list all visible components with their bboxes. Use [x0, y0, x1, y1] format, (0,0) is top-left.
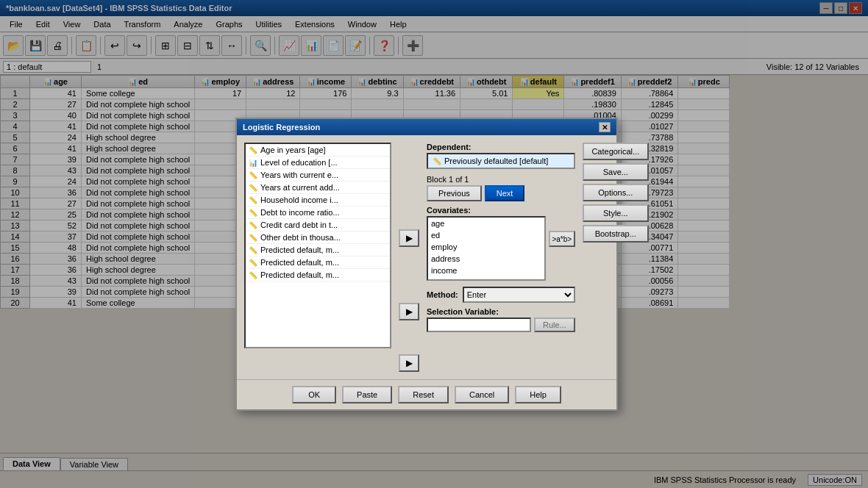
- source-item-ed[interactable]: 📊 Level of education [...: [246, 157, 390, 169]
- previous-button[interactable]: Previous: [427, 185, 482, 201]
- source-item-employ[interactable]: 📏 Years with current e...: [246, 169, 390, 182]
- help-button-dialog[interactable]: Help: [515, 386, 561, 403]
- move-to-covariates-button[interactable]: ▶: [399, 303, 419, 320]
- selection-var-inner: Rule...: [427, 317, 575, 332]
- source-variables-panel: 📏 Age in years [age] 📊 Level of educatio…: [244, 143, 391, 372]
- ok-button[interactable]: OK: [292, 386, 336, 403]
- modal-footer: OK Paste Reset Cancel Help: [237, 379, 616, 409]
- source-item-creddebt[interactable]: 📏 Credit card debt in t...: [246, 219, 390, 232]
- method-section: Method: Enter Forward: LR Forward: Wald …: [427, 287, 575, 303]
- dependent-field[interactable]: 📏 Previously defaulted [default]: [427, 153, 575, 169]
- dialog-close-button[interactable]: ✕: [599, 122, 611, 132]
- source-item-preddef2[interactable]: 📏 Predicted default, m...: [246, 256, 390, 269]
- source-item-preddef3[interactable]: 📏 Predicted default, m...: [246, 269, 390, 281]
- covariate-income[interactable]: income: [428, 265, 544, 276]
- dependent-value: Previously defaulted [default]: [444, 157, 548, 165]
- source-variable-list[interactable]: 📏 Age in years [age] 📊 Level of educatio…: [244, 143, 391, 348]
- dependent-label: Dependent:: [427, 143, 575, 151]
- ruler-icon-othdebt: 📏: [249, 234, 257, 242]
- dependent-section: Dependent: 📏 Previously defaulted [defau…: [427, 143, 575, 169]
- modal-title-bar: Logistic Regression ✕: [237, 119, 616, 135]
- dependent-icon: 📏: [433, 157, 441, 165]
- ruler-icon-preddef2: 📏: [249, 259, 257, 267]
- ruler-icon-address: 📏: [249, 184, 257, 192]
- ruler-icon-debtinc: 📏: [249, 209, 257, 217]
- prev-next-row: Previous Next: [427, 185, 575, 201]
- side-buttons-panel: Categorical... Save... Options... Style.…: [583, 143, 649, 372]
- reset-button[interactable]: Reset: [398, 386, 449, 403]
- covariates-section: Covariates: age ed employ address income…: [427, 206, 575, 281]
- covariate-age[interactable]: age: [428, 218, 544, 229]
- source-item-age[interactable]: 📏 Age in years [age]: [246, 144, 390, 157]
- categorical-button[interactable]: Categorical...: [583, 143, 649, 160]
- right-panel: Dependent: 📏 Previously defaulted [defau…: [427, 143, 575, 372]
- rule-button[interactable]: Rule...: [534, 317, 575, 332]
- covariate-ed[interactable]: ed: [428, 229, 544, 241]
- cancel-button[interactable]: Cancel: [455, 386, 509, 403]
- selection-variable-section: Selection Variable: Rule...: [427, 307, 575, 332]
- next-button[interactable]: Next: [485, 185, 525, 201]
- ruler-icon-income: 📏: [249, 196, 257, 204]
- selection-var-label: Selection Variable:: [427, 307, 575, 316]
- method-select[interactable]: Enter Forward: LR Forward: Wald Forward:…: [463, 287, 575, 303]
- block-label: Block 1 of 1: [427, 175, 575, 184]
- selection-var-input[interactable]: [427, 317, 531, 332]
- covariates-list[interactable]: age ed employ address income: [427, 216, 546, 281]
- source-item-othdebt[interactable]: 📏 Other debt in thousa...: [246, 232, 390, 244]
- style-button[interactable]: Style...: [583, 204, 649, 222]
- ruler-icon-preddef1: 📏: [249, 246, 257, 254]
- source-item-debtinc[interactable]: 📏 Debt to income ratio...: [246, 207, 390, 219]
- paste-button[interactable]: Paste: [342, 386, 392, 403]
- source-item-address[interactable]: 📏 Years at current add...: [246, 182, 390, 194]
- source-item-income[interactable]: 📏 Household income i...: [246, 194, 390, 207]
- ruler-icon-employ: 📏: [249, 171, 257, 179]
- move-to-dependent-button[interactable]: ▶: [399, 229, 419, 247]
- move-to-selection-button[interactable]: ▶: [399, 354, 419, 372]
- bootstrap-button[interactable]: Bootstrap...: [583, 225, 649, 243]
- options-button[interactable]: Options...: [583, 184, 649, 201]
- modal-body: 📏 Age in years [age] 📊 Level of educatio…: [237, 135, 616, 379]
- block-section: Block 1 of 1 Previous Next: [427, 173, 575, 201]
- ruler-icon-preddef3: 📏: [249, 271, 257, 279]
- covariate-address[interactable]: address: [428, 253, 544, 265]
- ruler-icon-creddebt: 📏: [249, 221, 257, 229]
- covariate-employ[interactable]: employ: [428, 241, 544, 253]
- covariate-operator-button[interactable]: >a*b>: [549, 231, 575, 247]
- save-button-dialog[interactable]: Save...: [583, 163, 649, 181]
- arrow-buttons-panel: ▶ ▶ ▶: [399, 143, 419, 372]
- ruler-icon-age: 📏: [249, 146, 257, 154]
- covariates-label: Covariates:: [427, 206, 575, 215]
- dialog-title: Logistic Regression: [243, 123, 320, 132]
- source-item-preddef1[interactable]: 📏 Predicted default, m...: [246, 244, 390, 256]
- logistic-regression-dialog: Logistic Regression ✕ 📏 Age in years [ag…: [235, 118, 618, 411]
- bar-icon-ed: 📊: [249, 159, 257, 167]
- method-label: Method:: [427, 290, 458, 299]
- modal-overlay: Logistic Regression ✕ 📏 Age in years [ag…: [0, 0, 868, 488]
